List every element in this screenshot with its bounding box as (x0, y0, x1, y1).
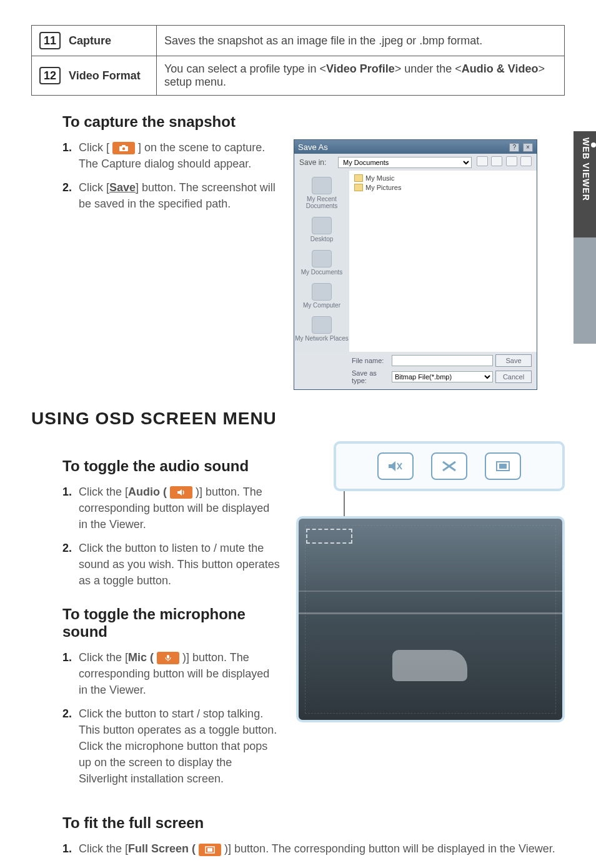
heading-audio: To toggle the audio sound (62, 457, 281, 475)
step-number: 2. (62, 706, 72, 722)
step-number: 2. (62, 864, 72, 868)
place-computer[interactable]: My Computer (294, 283, 349, 309)
callout-number: 12 (39, 67, 61, 84)
up-icon[interactable] (491, 156, 502, 166)
newfolder-icon[interactable] (506, 156, 517, 166)
place-desktop[interactable]: Desktop (294, 217, 349, 242)
list-item: 2. Click the button to listen to / mute … (62, 540, 281, 589)
toolbar-fullscreen-button[interactable] (485, 452, 521, 480)
bullet-icon (591, 142, 596, 147)
table-row: 11 Capture Saves the snapshot as an imag… (32, 26, 565, 56)
speaker-icon[interactable] (170, 486, 192, 499)
place-recent[interactable]: My Recent Documents (294, 177, 349, 209)
folder-icon (312, 177, 332, 194)
feature-desc-mid: > under the < (395, 62, 462, 75)
feature-label: Video Format (69, 69, 141, 82)
step-number: 2. (62, 179, 72, 196)
folder-icon (354, 184, 363, 191)
place-documents[interactable]: My Documents (294, 250, 349, 276)
filename-input[interactable] (392, 355, 493, 366)
feature-table: 11 Capture Saves the snapshot as an imag… (31, 25, 565, 96)
saveastype-label: Save as type: (352, 369, 389, 384)
heading-capture: To capture the snapshot (62, 113, 565, 131)
savein-label: Save in: (299, 158, 334, 167)
step-text-pre: Click the [ (79, 486, 128, 498)
step-text-pre: Click the [ (79, 651, 128, 664)
callout-number: 11 (39, 32, 61, 49)
tag-audio-video: Audio & Video (462, 62, 539, 75)
side-tab-inactive (574, 237, 596, 344)
toolbar-mic-button[interactable] (431, 452, 467, 480)
saveastype-select[interactable]: Bitmap File(*.bmp) (392, 371, 493, 382)
step-number: 1. (62, 841, 72, 857)
fit-steps: 1. Click the [Full Screen ( )] button. T… (31, 841, 565, 868)
computer-icon (312, 283, 332, 301)
mic-label: Mic ( (128, 651, 154, 664)
feature-desc: Saves the snapshot as an image file in t… (164, 34, 482, 47)
list-item: 2. Click the button. This will fit the V… (62, 864, 565, 868)
network-icon (312, 316, 332, 334)
file-list[interactable]: My Music My Pictures (349, 171, 537, 352)
documents-icon (312, 250, 332, 267)
audio-label: Audio ( (128, 486, 167, 498)
highlight-box (306, 529, 352, 544)
side-tab: WEB VIEWER (574, 131, 596, 344)
heading-mic: To toggle the microphone sound (62, 606, 281, 641)
svg-marker-6 (389, 461, 395, 471)
capture-steps: 1. Click [ ] on the scene to capture. Th… (31, 139, 281, 212)
cancel-button[interactable]: Cancel (495, 371, 532, 383)
place-network[interactable]: My Network Places (294, 316, 349, 342)
help-icon[interactable]: ? (509, 143, 519, 152)
svg-rect-12 (499, 464, 507, 469)
list-item: 2. Click [Save] button. The screenshot w… (62, 179, 281, 212)
step-number: 1. (62, 484, 72, 500)
tag-video-profile: Video Profile (326, 62, 395, 75)
table-row: 12 Video Format You can select a profile… (32, 56, 565, 96)
car-graphic (392, 650, 467, 681)
step-text-post: )] button. The corresponding button will… (224, 842, 555, 855)
feature-label: Capture (69, 34, 111, 47)
callout-line (344, 491, 345, 516)
step-number: 2. (62, 540, 72, 556)
list-item: 1. Click the [Audio ( )] button. The cor… (62, 484, 281, 532)
fullscreen-icon[interactable] (199, 844, 221, 856)
step-text-pre: Click [ (79, 141, 112, 154)
savein-select[interactable]: My Documents (338, 157, 472, 168)
step-text-pre: Click the [ (79, 842, 128, 855)
microphone-icon[interactable] (157, 652, 179, 664)
step-text: Click the button to listen to / mute the… (79, 542, 280, 587)
list-item[interactable]: My Music (354, 174, 532, 182)
save-as-dialog: Save As ? × Save in: My Documents (294, 139, 537, 390)
heading-fit: To fit the full screen (62, 814, 565, 832)
list-item: 1. Click the [Full Screen ( )] button. T… (62, 841, 565, 857)
svg-marker-3 (177, 489, 182, 496)
places-bar: My Recent Documents Desktop My Documents… (294, 171, 349, 352)
step-text: Click the button to start / stop talking… (79, 707, 277, 785)
viewer-toolbar (334, 441, 565, 491)
dialog-title: Save As (298, 142, 328, 152)
list-item: 1. Click [ ] on the scene to capture. Th… (62, 139, 281, 172)
svg-rect-14 (207, 848, 212, 852)
side-tab-label: WEB VIEWER (581, 137, 591, 201)
svg-point-2 (122, 147, 125, 150)
list-item: 1. Click the [Mic ( )] button. The corre… (62, 649, 281, 698)
camera-icon[interactable] (112, 142, 135, 154)
svg-rect-1 (122, 145, 126, 147)
filename-label: File name: (352, 357, 389, 364)
dialog-titlebar: Save As ? × (294, 140, 537, 154)
heading-osd-menu: USING OSD SCREEN MENU (31, 409, 565, 429)
close-icon[interactable]: × (523, 143, 533, 152)
step-number: 1. (62, 139, 72, 156)
save-button[interactable]: Save (495, 354, 532, 367)
folder-icon (354, 174, 363, 182)
feature-desc-pre: You can select a profile type in < (164, 62, 326, 75)
list-item[interactable]: My Pictures (354, 184, 532, 191)
desktop-icon (312, 217, 332, 234)
save-label: Save (109, 181, 136, 194)
viewer-preview (296, 516, 565, 722)
toolbar-audio-button[interactable] (377, 452, 414, 480)
svg-rect-4 (167, 655, 169, 659)
viewmenu-icon[interactable] (520, 156, 532, 166)
list-item: 2. Click the button to start / stop talk… (62, 706, 281, 787)
back-icon[interactable] (477, 156, 488, 166)
